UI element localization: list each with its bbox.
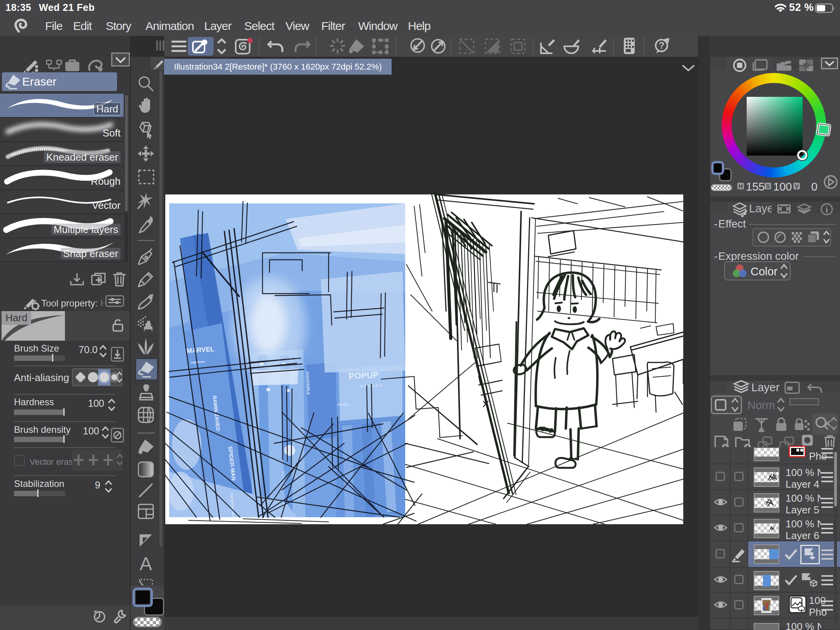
svg-text:A: A <box>140 553 152 574</box>
svg-text:Monika: Monika <box>337 402 348 406</box>
svg-text:POPUP: POPUP <box>348 370 379 381</box>
svg-text:?: ? <box>659 40 665 51</box>
